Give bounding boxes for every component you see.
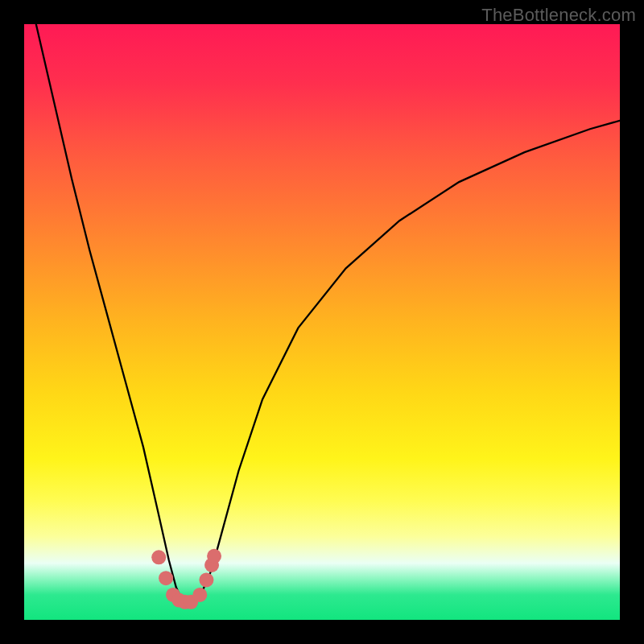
watermark-text: TheBottleneck.com [481,5,636,26]
data-marker [192,588,207,602]
data-marker [199,572,213,587]
data-marker [151,550,166,564]
plot-area [24,24,620,620]
data-marker [207,549,221,564]
chart-markers [24,24,620,620]
data-marker [159,571,173,585]
app-frame: TheBottleneck.com [0,0,644,644]
